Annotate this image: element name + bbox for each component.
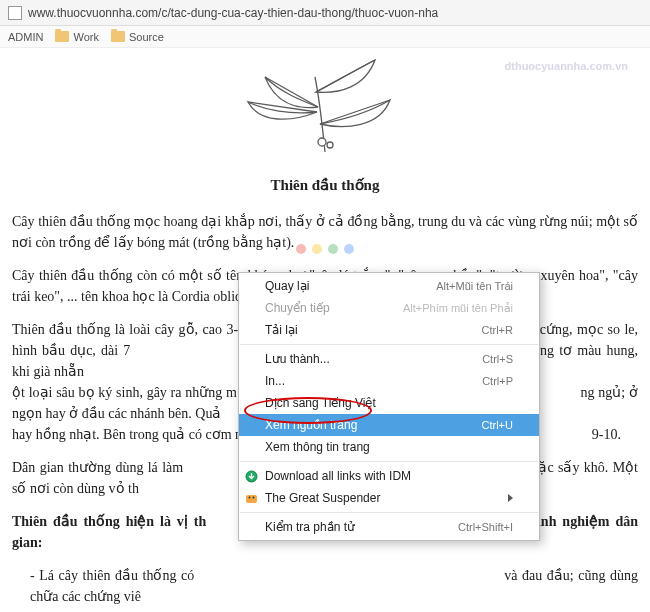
ctx-save-as[interactable]: Lưu thành...Ctrl+S xyxy=(239,348,539,370)
ctx-idm[interactable]: Download all links with IDM xyxy=(239,465,539,487)
bookmark-work[interactable]: Work xyxy=(55,31,98,43)
ctx-view-source[interactable]: Xem nguồn trangCtrl+U xyxy=(239,414,539,436)
omnibox-url[interactable]: www.thuocvuonnha.com/c/tac-dung-cua-cay-… xyxy=(28,6,438,20)
bookmark-admin[interactable]: ADMIN xyxy=(8,31,43,43)
ctx-translate[interactable]: Dịch sang Tiếng Việt xyxy=(239,392,539,414)
bookmark-source[interactable]: Source xyxy=(111,31,164,43)
svg-point-0 xyxy=(318,138,326,146)
article-title: Thiên đầu thống xyxy=(12,174,638,197)
ctx-reload[interactable]: Tải lạiCtrl+R xyxy=(239,319,539,341)
page-icon xyxy=(8,6,22,20)
context-menu: Quay lạiAlt+Mũi tên Trái Chuyển tiếpAlt+… xyxy=(238,272,540,541)
ctx-inspect[interactable]: Kiểm tra phần tửCtrl+Shift+I xyxy=(239,516,539,538)
separator xyxy=(240,344,538,345)
ctx-back[interactable]: Quay lạiAlt+Mũi tên Trái xyxy=(239,275,539,297)
plant-illustration xyxy=(12,52,638,168)
svg-point-1 xyxy=(327,142,333,148)
bookmarks-bar: ADMIN Work Source xyxy=(0,26,650,48)
folder-icon xyxy=(55,31,69,42)
ctx-print[interactable]: In...Ctrl+P xyxy=(239,370,539,392)
suspender-icon xyxy=(244,491,258,505)
svg-point-5 xyxy=(252,496,254,498)
svg-rect-3 xyxy=(246,495,257,503)
ctx-page-info[interactable]: Xem thông tin trang xyxy=(239,436,539,458)
idm-icon xyxy=(244,469,258,483)
svg-point-4 xyxy=(248,496,250,498)
address-bar: www.thuocvuonnha.com/c/tac-dung-cua-cay-… xyxy=(0,0,650,26)
list-item: - Lá cây thiên đầu thống cóvà đau đầu; c… xyxy=(30,565,638,607)
ctx-forward: Chuyển tiếpAlt+Phím mũi tên Phải xyxy=(239,297,539,319)
submenu-arrow-icon xyxy=(508,494,513,502)
separator xyxy=(240,461,538,462)
separator xyxy=(240,512,538,513)
folder-icon xyxy=(111,31,125,42)
ctx-suspender[interactable]: The Great Suspender xyxy=(239,487,539,509)
decorative-dots xyxy=(296,244,354,254)
